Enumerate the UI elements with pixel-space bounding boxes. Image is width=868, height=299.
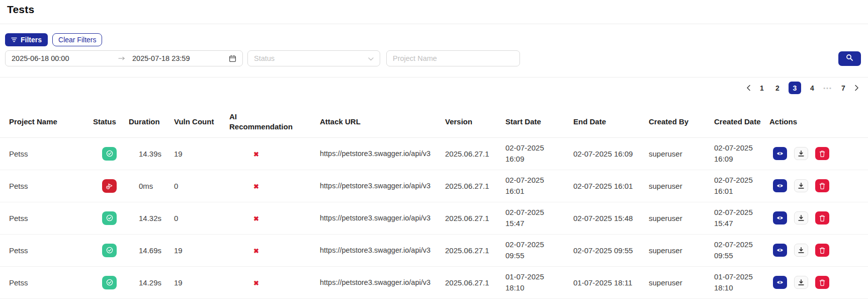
status-badge [102, 147, 117, 161]
table-row: Petss 14.29s 19 ✖ https://petstore3.swag… [0, 266, 868, 298]
filters-button-label: Filters [21, 36, 42, 44]
download-icon [798, 150, 805, 157]
cell-project-name: Petss [0, 234, 93, 266]
cell-project-name: Petss [0, 202, 93, 234]
check-circle-icon [106, 278, 114, 286]
status-badge [102, 244, 117, 257]
cell-actions [769, 202, 868, 234]
cell-attack-url: https://petstore3.swagger.io/api/v3 [320, 202, 440, 234]
created-date-value: 02-07-2025 09:55 [714, 239, 760, 262]
project-name-value: Petss [9, 182, 28, 190]
col-end-date: End Date [573, 106, 649, 137]
cell-status [93, 137, 129, 170]
created-by-value: superuser [649, 182, 682, 190]
project-name-placeholder: Project Name [393, 54, 437, 62]
download-button[interactable] [794, 244, 808, 257]
search-button[interactable] [838, 51, 861, 66]
filters-button[interactable]: Filters [5, 33, 48, 46]
cell-created-by: superuser [649, 234, 714, 266]
duration-value: 14.32s [139, 214, 161, 222]
trash-icon [819, 150, 826, 158]
duration-value: 14.39s [139, 150, 161, 158]
cell-version: 2025.06.27.1 [440, 202, 505, 234]
clear-filters-button[interactable]: Clear Filters [52, 33, 102, 46]
x-mark-icon: ✖ [253, 215, 259, 222]
row-actions [773, 244, 864, 257]
date-range-start-value[interactable]: 2025-06-18 00:00 [12, 54, 118, 62]
delete-button[interactable] [815, 244, 829, 257]
col-attack-url: Attack URL [320, 106, 440, 137]
view-button[interactable] [773, 147, 787, 160]
view-button[interactable] [773, 276, 787, 289]
download-button[interactable] [794, 276, 808, 289]
view-button[interactable] [773, 179, 787, 192]
cell-version: 2025.06.27.1 [440, 234, 505, 266]
download-button[interactable] [794, 147, 808, 160]
cell-duration: 14.39s [129, 137, 174, 170]
date-range-picker[interactable]: 2025-06-18 00:00 2025-07-18 23:59 [5, 50, 243, 66]
calendar-icon [229, 55, 236, 62]
created-by-value: superuser [649, 246, 682, 255]
start-date-value: 02-07-2025 16:09 [505, 142, 552, 165]
cell-actions [769, 266, 868, 298]
pagination-page-2[interactable]: 2 [773, 82, 782, 94]
cell-actions [769, 234, 868, 266]
eye-icon [776, 183, 784, 188]
view-button[interactable] [773, 244, 787, 257]
cell-created-by: superuser [649, 202, 714, 234]
duration-value: 14.69s [139, 246, 161, 255]
cell-created-by: superuser [649, 170, 714, 202]
end-date-value: 02-07-2025 16:09 [573, 150, 633, 158]
table-row: Petss 0ms 0 ✖ https://petstore3.swagger.… [0, 170, 868, 202]
eye-icon [776, 280, 784, 285]
cell-status [93, 170, 129, 202]
date-range-end-value[interactable]: 2025-07-18 23:59 [132, 54, 229, 62]
pagination-page-3[interactable]: 3 [789, 82, 801, 94]
row-actions [773, 179, 864, 192]
pagination-prev-icon[interactable] [746, 85, 751, 91]
date-range-arrow-icon [118, 56, 125, 60]
cell-created-date: 02-07-2025 09:55 [714, 234, 769, 266]
cell-version: 2025.06.27.1 [440, 137, 505, 170]
delete-button[interactable] [815, 276, 829, 289]
cell-created-date: 02-07-2025 16:01 [714, 170, 769, 202]
col-created-by: Created By [649, 106, 714, 137]
cell-status [93, 234, 129, 266]
view-button[interactable] [773, 211, 787, 225]
pagination-page-1[interactable]: 1 [757, 82, 766, 94]
created-by-value: superuser [649, 150, 682, 158]
trash-icon [819, 247, 826, 254]
end-date-value: 01-07-2025 18:11 [573, 278, 632, 287]
cell-attack-url: https://petstore3.swagger.io/api/v3 [320, 170, 440, 202]
version-value: 2025.06.27.1 [445, 278, 489, 287]
filter-icon [11, 36, 17, 44]
eye-icon [776, 151, 784, 156]
cell-end-date: 02-07-2025 16:09 [573, 137, 649, 170]
project-name-input[interactable]: Project Name [386, 50, 520, 66]
status-select[interactable]: Status [247, 50, 380, 66]
download-button[interactable] [794, 211, 808, 225]
delete-button[interactable] [815, 179, 829, 192]
pagination-pages: 1234•••7 [757, 82, 848, 94]
cell-version: 2025.06.27.1 [440, 266, 505, 298]
delete-button[interactable] [815, 211, 829, 225]
created-date-value: 02-07-2025 16:01 [714, 175, 760, 197]
pagination-ellipsis[interactable]: ••• [823, 82, 832, 94]
pagination-page-4[interactable]: 4 [808, 82, 817, 94]
pagination-page-7[interactable]: 7 [839, 82, 848, 94]
created-by-value: superuser [649, 278, 682, 287]
filter-section: Filters Clear Filters 2025-06-18 00:00 2… [0, 24, 868, 66]
cell-created-date: 02-07-2025 16:09 [714, 137, 769, 170]
cell-version: 2025.06.27.1 [440, 170, 505, 202]
trash-icon [819, 182, 826, 190]
check-circle-icon [106, 214, 114, 222]
eye-icon [776, 215, 784, 220]
delete-button[interactable] [815, 147, 829, 160]
col-ai-recommendation: AI Recommendation [229, 106, 320, 137]
version-value: 2025.06.27.1 [445, 214, 489, 222]
trash-icon [819, 279, 826, 286]
search-icon [846, 54, 853, 63]
pagination-next-icon[interactable] [854, 85, 859, 91]
table-row: Petss 14.39s 19 ✖ https://petstore3.swag… [0, 137, 868, 170]
download-button[interactable] [794, 179, 808, 192]
